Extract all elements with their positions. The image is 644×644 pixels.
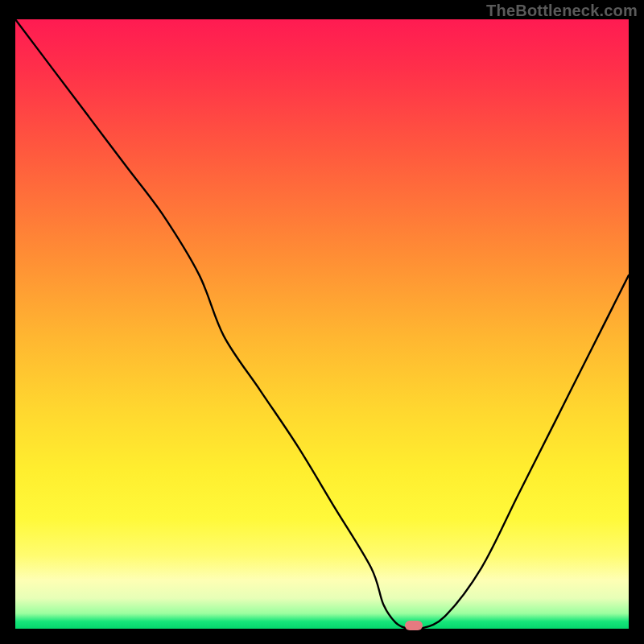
chart-frame: TheBottleneck.com [0,0,644,644]
bottleneck-curve [15,19,629,629]
plot-area [15,19,629,629]
watermark-text: TheBottleneck.com [486,2,638,20]
curve-path [15,19,629,629]
optimal-point-marker [405,621,423,630]
